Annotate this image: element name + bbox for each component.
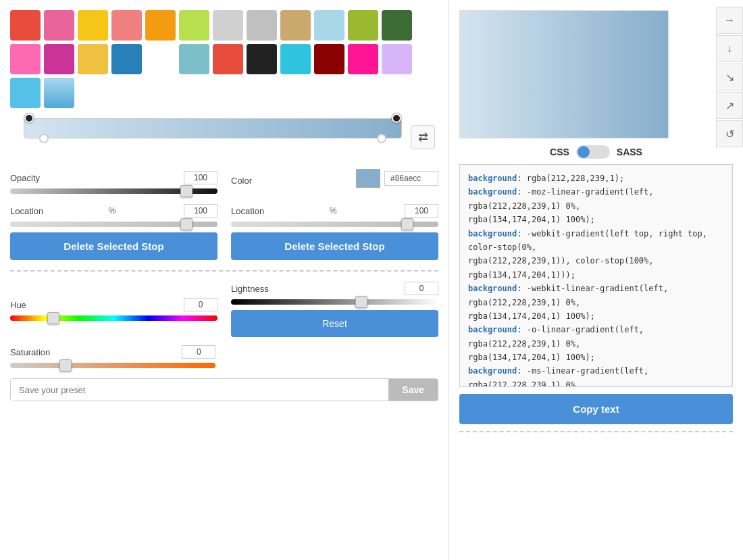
direction-arrow-button[interactable]: ↗ xyxy=(716,92,743,119)
gradient-bar[interactable] xyxy=(24,118,402,138)
css-value: : rgba(212,228,239,1); xyxy=(517,174,624,183)
color-group: Color xyxy=(231,169,438,196)
gradient-swatch[interactable] xyxy=(44,78,74,108)
save-preset-button[interactable]: Save xyxy=(388,379,438,401)
opacity-group: Opacity xyxy=(10,171,217,194)
lightness-label: Lightness xyxy=(231,284,269,294)
saturation-slider[interactable] xyxy=(10,363,215,368)
location-right-slider[interactable] xyxy=(231,222,438,227)
color-swatch[interactable] xyxy=(247,10,277,41)
color-swatch[interactable] xyxy=(280,10,311,41)
color-swatch[interactable] xyxy=(44,10,74,41)
saturation-label: Saturation xyxy=(10,347,50,357)
direction-arrow-button[interactable]: → xyxy=(716,7,743,34)
saturation-thumb[interactable] xyxy=(59,359,72,372)
gradient-stop-right[interactable] xyxy=(392,113,401,123)
css-toggle-label: CSS xyxy=(550,147,569,157)
color-swatch[interactable] xyxy=(314,44,344,74)
css-property: background xyxy=(468,284,517,293)
css-value: rgba(134,174,204,1) 100%); xyxy=(468,353,595,362)
color-swatch[interactable] xyxy=(280,44,311,74)
css-value: rgba(212,228,239,1)), color-stop(100%, r… xyxy=(468,256,654,279)
color-swatch[interactable] xyxy=(382,44,412,74)
reset-button[interactable]: Reset xyxy=(231,310,438,337)
color-swatch[interactable] xyxy=(382,10,412,41)
color-swatch[interactable] xyxy=(348,44,378,74)
css-property: background xyxy=(468,229,517,238)
color-hex-input[interactable] xyxy=(384,171,438,186)
color-swatch[interactable] xyxy=(247,44,277,74)
color-swatch[interactable] xyxy=(314,10,344,41)
color-label: Color xyxy=(231,176,252,186)
color-swatch[interactable] xyxy=(145,10,176,41)
hue-thumb[interactable] xyxy=(47,312,59,324)
location-left-thumb[interactable] xyxy=(180,218,193,230)
location-right-value[interactable] xyxy=(405,204,438,218)
color-swatch[interactable] xyxy=(111,44,142,74)
color-swatch[interactable] xyxy=(10,10,41,41)
gradient-bar-container: ⇄ xyxy=(10,118,438,159)
delete-stop-left-button[interactable]: Delete Selected Stop xyxy=(10,232,217,260)
location-left-percent: % xyxy=(109,206,116,215)
color-swatch[interactable] xyxy=(78,44,108,74)
gradient-section: ⇄ xyxy=(10,118,438,159)
color-swatch[interactable] xyxy=(213,44,243,74)
hue-group: Hue xyxy=(10,298,217,321)
opacity-label: Opacity xyxy=(10,173,40,183)
color-swatch-indicator[interactable] xyxy=(356,169,380,188)
lightness-value[interactable] xyxy=(405,282,438,295)
color-swatch[interactable] xyxy=(179,44,209,74)
css-property: background xyxy=(468,174,517,183)
gradient-stop-bottom-left[interactable] xyxy=(39,134,49,143)
right-panel: →↓↘↗↺ CSS SASS background: rgba(212,228,… xyxy=(449,0,743,560)
preset-row: Save xyxy=(10,378,438,401)
location-left-label: Location xyxy=(10,206,43,216)
location-left-slider[interactable] xyxy=(10,222,217,227)
lightness-thumb[interactable] xyxy=(355,296,367,308)
color-row xyxy=(356,169,438,188)
location-right-percent: % xyxy=(330,206,337,215)
color-swatch[interactable] xyxy=(213,10,243,41)
location-right-group: Location % Delete Selected Stop xyxy=(231,204,438,260)
color-swatch[interactable] xyxy=(78,10,108,41)
toggle-thumb xyxy=(578,146,590,158)
gradient-stop-left[interactable] xyxy=(24,113,34,123)
gradient-stop-bottom-right[interactable] xyxy=(377,134,386,143)
direction-arrow-button[interactable]: ↓ xyxy=(716,35,743,62)
direction-arrow-button[interactable]: ↘ xyxy=(716,63,743,91)
swap-button[interactable]: ⇄ xyxy=(411,125,435,149)
lightness-group: Lightness Reset xyxy=(231,282,438,337)
color-swatch[interactable] xyxy=(111,10,142,41)
toggle-track[interactable] xyxy=(576,145,610,159)
copy-text-button[interactable]: Copy text xyxy=(459,394,733,424)
location-right-thumb[interactable] xyxy=(401,218,413,230)
color-swatch[interactable] xyxy=(10,44,41,74)
opacity-value[interactable] xyxy=(184,171,217,184)
color-swatch[interactable] xyxy=(179,10,209,41)
color-swatch[interactable] xyxy=(10,78,41,108)
color-swatch[interactable] xyxy=(348,10,378,41)
css-sass-toggle: CSS SASS xyxy=(459,145,733,159)
lightness-slider[interactable] xyxy=(231,299,438,305)
code-box[interactable]: background: rgba(212,228,239,1);backgrou… xyxy=(459,164,733,387)
preset-input[interactable] xyxy=(11,379,388,401)
hue-value[interactable] xyxy=(184,298,217,311)
delete-stop-right-button[interactable]: Delete Selected Stop xyxy=(231,232,438,260)
bottom-divider xyxy=(459,431,733,432)
hue-slider[interactable] xyxy=(10,315,217,321)
opacity-thumb[interactable] xyxy=(180,185,193,197)
opacity-slider[interactable] xyxy=(10,188,217,194)
location-left-value[interactable] xyxy=(184,204,217,218)
sass-toggle-label: SASS xyxy=(617,147,642,157)
direction-arrow-button[interactable]: ↺ xyxy=(716,120,743,147)
color-swatch[interactable] xyxy=(44,44,74,74)
arrow-buttons: →↓↘↗↺ xyxy=(716,7,743,147)
left-panel: ⇄ Opacity Color Loc xyxy=(0,0,449,560)
location-left-group: Location % Delete Selected Stop xyxy=(10,204,217,260)
color-swatch[interactable] xyxy=(145,44,176,74)
css-property: background xyxy=(468,325,517,334)
section-divider xyxy=(10,270,438,272)
css-property: background xyxy=(468,366,517,376)
gradient-preview xyxy=(459,10,669,138)
saturation-value[interactable] xyxy=(182,345,215,359)
